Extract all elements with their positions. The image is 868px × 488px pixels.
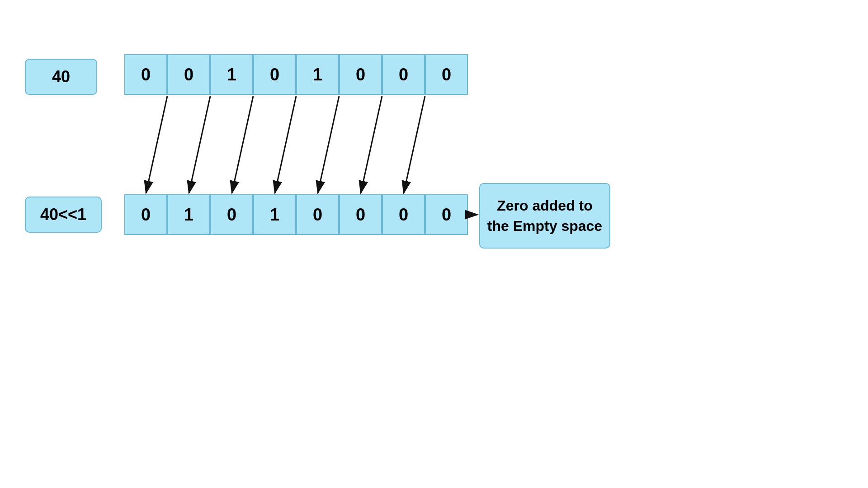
bot-bit-4: 0 — [296, 194, 339, 235]
top-bit-3: 0 — [253, 54, 296, 95]
bot-bit-7: 0 — [425, 194, 468, 235]
top-bit-0: 0 — [124, 54, 167, 95]
top-bit-row: 0 0 1 0 1 0 0 0 — [124, 54, 468, 95]
arrow-1-0 — [146, 96, 167, 193]
arrow-4-3 — [275, 96, 296, 193]
bot-bit-row: 0 1 0 1 0 0 0 0 — [124, 194, 468, 235]
arrow-3-2 — [232, 96, 253, 193]
bot-bit-3: 1 — [253, 194, 296, 235]
label-40shl1: 40<<1 — [25, 197, 102, 233]
info-box: Zero added to the Empty space — [479, 183, 610, 249]
arrow-5-4 — [318, 96, 339, 193]
arrow-2-1 — [189, 96, 210, 193]
arrow-7-6 — [404, 96, 425, 193]
bot-bit-1: 1 — [167, 194, 210, 235]
top-bit-4: 1 — [296, 54, 339, 95]
arrow-6-5 — [361, 96, 382, 193]
top-bit-5: 0 — [339, 54, 382, 95]
bot-bit-2: 0 — [210, 194, 253, 235]
top-bit-6: 0 — [382, 54, 425, 95]
top-bit-2: 1 — [210, 54, 253, 95]
bot-bit-5: 0 — [339, 194, 382, 235]
top-bit-7: 0 — [425, 54, 468, 95]
top-bit-1: 0 — [167, 54, 210, 95]
bot-bit-6: 0 — [382, 194, 425, 235]
bot-bit-0: 0 — [124, 194, 167, 235]
label-40: 40 — [25, 59, 97, 95]
